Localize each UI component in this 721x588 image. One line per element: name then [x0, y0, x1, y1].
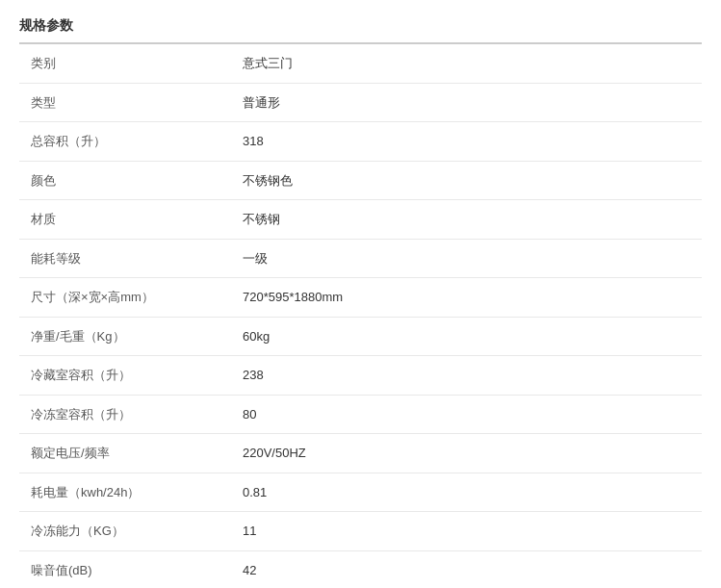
spec-container: 规格参数 类别意式三门类型普通形总容积（升）318颜色不锈钢色材质不锈钢能耗等级… — [0, 0, 721, 588]
table-row: 材质不锈钢 — [19, 200, 702, 240]
spec-label: 额定电压/频率 — [19, 434, 231, 473]
spec-label: 颜色 — [19, 161, 231, 200]
spec-label: 能耗等级 — [19, 239, 231, 278]
spec-value: 238 — [231, 356, 702, 396]
spec-value: 11 — [231, 512, 702, 551]
spec-label: 材质 — [19, 200, 231, 240]
spec-label: 尺寸（深×宽×高mm） — [19, 278, 231, 318]
table-row: 冷藏室容积（升）238 — [19, 356, 702, 396]
spec-value: 0.81 — [231, 473, 702, 512]
spec-table: 类别意式三门类型普通形总容积（升）318颜色不锈钢色材质不锈钢能耗等级一级尺寸（… — [19, 44, 702, 588]
spec-label: 净重/毛重（Kg） — [19, 317, 231, 356]
spec-value: 318 — [231, 122, 702, 162]
spec-label: 冷冻室容积（升） — [19, 395, 231, 434]
spec-label: 冷冻能力（KG） — [19, 512, 231, 551]
table-row: 尺寸（深×宽×高mm）720*595*1880mm — [19, 278, 702, 318]
spec-value: 42 — [231, 550, 702, 588]
spec-value: 220V/50HZ — [231, 434, 702, 473]
table-row: 额定电压/频率220V/50HZ — [19, 434, 702, 473]
spec-label: 噪音值(dB) — [19, 550, 231, 588]
table-row: 耗电量（kwh/24h）0.81 — [19, 473, 702, 512]
table-row: 冷冻室容积（升）80 — [19, 395, 702, 434]
spec-value: 普通形 — [231, 83, 702, 122]
spec-title: 规格参数 — [19, 10, 702, 44]
spec-value: 一级 — [231, 239, 702, 278]
table-row: 噪音值(dB)42 — [19, 550, 702, 588]
spec-label: 类别 — [19, 44, 231, 83]
spec-value: 80 — [231, 395, 702, 434]
table-row: 冷冻能力（KG）11 — [19, 512, 702, 551]
spec-value: 意式三门 — [231, 44, 702, 83]
spec-value: 720*595*1880mm — [231, 278, 702, 318]
spec-value: 不锈钢色 — [231, 161, 702, 200]
spec-value: 不锈钢 — [231, 200, 702, 240]
table-row: 能耗等级一级 — [19, 239, 702, 278]
spec-label: 类型 — [19, 83, 231, 122]
table-row: 颜色不锈钢色 — [19, 161, 702, 200]
spec-value: 60kg — [231, 317, 702, 356]
table-row: 类别意式三门 — [19, 44, 702, 83]
table-row: 净重/毛重（Kg）60kg — [19, 317, 702, 356]
spec-label: 总容积（升） — [19, 122, 231, 162]
table-row: 类型普通形 — [19, 83, 702, 122]
spec-label: 耗电量（kwh/24h） — [19, 473, 231, 512]
spec-label: 冷藏室容积（升） — [19, 356, 231, 396]
table-row: 总容积（升）318 — [19, 122, 702, 162]
